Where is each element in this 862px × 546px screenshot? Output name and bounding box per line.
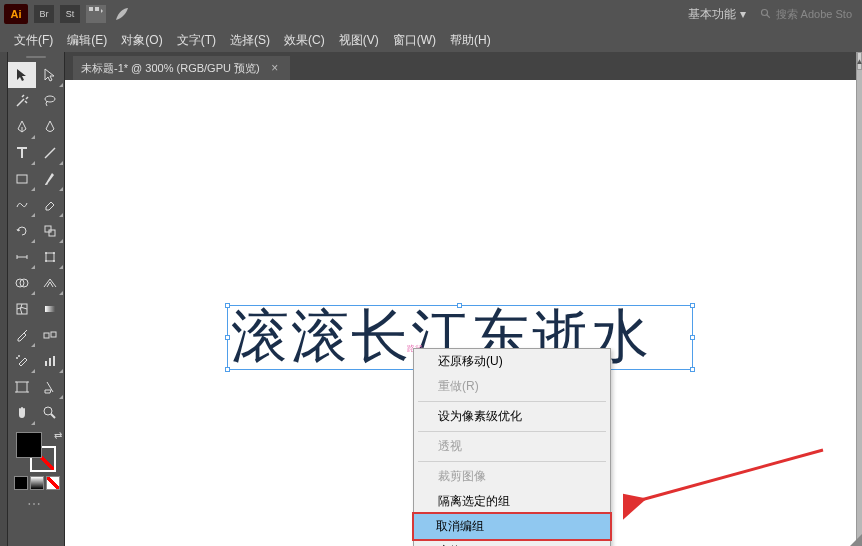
direct-selection-tool[interactable] bbox=[36, 62, 64, 88]
context-menu-label: 取消编组 bbox=[436, 518, 484, 535]
blend-tool[interactable] bbox=[36, 322, 64, 348]
resize-handle-ml[interactable] bbox=[225, 335, 230, 340]
document-area: 未标题-1* @ 300% (RGB/GPU 预览) × 滚滚长江东逝水 路径 … bbox=[65, 52, 862, 546]
document-tab-title: 未标题-1* @ 300% (RGB/GPU 预览) bbox=[81, 61, 260, 76]
canvas[interactable]: 滚滚长江东逝水 路径 还原移动(U)重做(R)设为像素级优化透视裁剪图像隔离选定… bbox=[65, 80, 862, 546]
svg-point-19 bbox=[18, 355, 20, 357]
svg-rect-7 bbox=[46, 253, 54, 261]
type-tool[interactable] bbox=[8, 140, 36, 166]
eraser-tool[interactable] bbox=[36, 192, 64, 218]
hand-tool[interactable] bbox=[8, 400, 36, 426]
context-menu-item: 重做(R) bbox=[414, 374, 610, 399]
menu-file[interactable]: 文件(F) bbox=[8, 30, 59, 51]
lasso-tool[interactable] bbox=[36, 88, 64, 114]
document-tab[interactable]: 未标题-1* @ 300% (RGB/GPU 预览) × bbox=[73, 56, 290, 80]
menu-separator bbox=[418, 431, 606, 432]
context-menu-item[interactable]: 设为像素级优化 bbox=[414, 404, 610, 429]
workspace-switcher[interactable]: 基本功能 ▾ bbox=[680, 4, 754, 25]
svg-rect-1 bbox=[95, 7, 99, 11]
menu-select[interactable]: 选择(S) bbox=[224, 30, 276, 51]
fill-color-swatch[interactable] bbox=[16, 432, 42, 458]
context-menu-label: 裁剪图像 bbox=[438, 468, 486, 485]
color-mode-solid[interactable] bbox=[14, 476, 28, 490]
svg-point-9 bbox=[53, 252, 55, 254]
chevron-down-icon: ▾ bbox=[740, 7, 746, 21]
search-box[interactable]: 搜索 Adobe Sto bbox=[754, 5, 858, 24]
menu-bar: 文件(F) 编辑(E) 对象(O) 文字(T) 选择(S) 效果(C) 视图(V… bbox=[0, 28, 862, 52]
context-menu-label: 隔离选定的组 bbox=[438, 493, 510, 510]
gradient-tool[interactable] bbox=[36, 296, 64, 322]
svg-point-24 bbox=[44, 407, 52, 415]
resize-handle-tm[interactable] bbox=[457, 303, 462, 308]
resize-handle-bl[interactable] bbox=[225, 367, 230, 372]
pen-tool[interactable] bbox=[8, 114, 36, 140]
svg-rect-17 bbox=[51, 332, 56, 337]
width-tool[interactable] bbox=[8, 244, 36, 270]
search-icon bbox=[760, 8, 772, 20]
screen-mode-icon[interactable]: ⋯ bbox=[8, 494, 64, 514]
slice-tool[interactable] bbox=[36, 374, 64, 400]
resize-handle-br[interactable] bbox=[690, 367, 695, 372]
menu-edit[interactable]: 编辑(E) bbox=[61, 30, 113, 51]
color-mode-gradient[interactable] bbox=[30, 476, 44, 490]
magic-wand-tool[interactable] bbox=[8, 88, 36, 114]
scroll-up-button[interactable]: ▲ bbox=[857, 52, 862, 70]
scale-tool[interactable] bbox=[36, 218, 64, 244]
menu-help[interactable]: 帮助(H) bbox=[444, 30, 497, 51]
column-graph-tool[interactable] bbox=[36, 348, 64, 374]
close-icon[interactable]: × bbox=[268, 61, 282, 75]
line-tool[interactable] bbox=[36, 140, 64, 166]
svg-line-25 bbox=[641, 450, 823, 500]
resize-handle-mr[interactable] bbox=[690, 335, 695, 340]
menu-window[interactable]: 窗口(W) bbox=[387, 30, 442, 51]
svg-point-11 bbox=[53, 260, 55, 262]
resize-handle-tl[interactable] bbox=[225, 303, 230, 308]
vertical-scrollbar[interactable]: ▲ bbox=[856, 52, 862, 546]
context-menu-label: 设为像素级优化 bbox=[438, 408, 522, 425]
context-menu-label: 重做(R) bbox=[438, 378, 479, 395]
menu-effect[interactable]: 效果(C) bbox=[278, 30, 331, 51]
selection-tool[interactable] bbox=[8, 62, 36, 88]
svg-point-8 bbox=[45, 252, 47, 254]
svg-rect-23 bbox=[17, 382, 27, 392]
rotate-tool[interactable] bbox=[8, 218, 36, 244]
panel-grip[interactable] bbox=[8, 52, 64, 62]
zoom-tool[interactable] bbox=[36, 400, 64, 426]
context-menu-item[interactable]: 取消编组 bbox=[412, 512, 612, 541]
arrange-docs-icon[interactable] bbox=[86, 5, 106, 23]
resize-corner[interactable] bbox=[850, 534, 862, 546]
mesh-tool[interactable] bbox=[8, 296, 36, 322]
menu-separator bbox=[418, 401, 606, 402]
rectangle-tool[interactable] bbox=[8, 166, 36, 192]
artboard-tool[interactable] bbox=[8, 374, 36, 400]
svg-rect-5 bbox=[45, 226, 51, 232]
svg-point-18 bbox=[16, 357, 18, 359]
shaper-tool[interactable] bbox=[8, 192, 36, 218]
context-menu-item[interactable]: 还原移动(U) bbox=[414, 349, 610, 374]
document-tab-bar: 未标题-1* @ 300% (RGB/GPU 预览) × bbox=[65, 52, 862, 80]
svg-rect-0 bbox=[89, 7, 93, 11]
curvature-tool[interactable] bbox=[36, 114, 64, 140]
svg-rect-6 bbox=[49, 230, 55, 236]
menu-type[interactable]: 文字(T) bbox=[171, 30, 222, 51]
stock-icon[interactable]: St bbox=[60, 5, 80, 23]
menu-object[interactable]: 对象(O) bbox=[115, 30, 168, 51]
perspective-grid-tool[interactable] bbox=[36, 270, 64, 296]
bridge-icon[interactable]: Br bbox=[34, 5, 54, 23]
shape-builder-tool[interactable] bbox=[8, 270, 36, 296]
context-menu-label: 还原移动(U) bbox=[438, 353, 503, 370]
symbol-sprayer-tool[interactable] bbox=[8, 348, 36, 374]
swap-colors-icon[interactable]: ⇄ bbox=[54, 430, 62, 441]
menu-view[interactable]: 视图(V) bbox=[333, 30, 385, 51]
color-mode-none[interactable] bbox=[46, 476, 60, 490]
free-transform-tool[interactable] bbox=[36, 244, 64, 270]
resize-handle-tr[interactable] bbox=[690, 303, 695, 308]
annotation-arrow bbox=[623, 440, 833, 530]
eyedropper-tool[interactable] bbox=[8, 322, 36, 348]
paintbrush-tool[interactable] bbox=[36, 166, 64, 192]
feather-icon[interactable] bbox=[112, 5, 132, 23]
svg-rect-21 bbox=[49, 358, 51, 366]
app-logo: Ai bbox=[4, 4, 28, 24]
context-menu-item[interactable]: 隔离选定的组 bbox=[414, 489, 610, 514]
svg-rect-14 bbox=[17, 304, 27, 314]
